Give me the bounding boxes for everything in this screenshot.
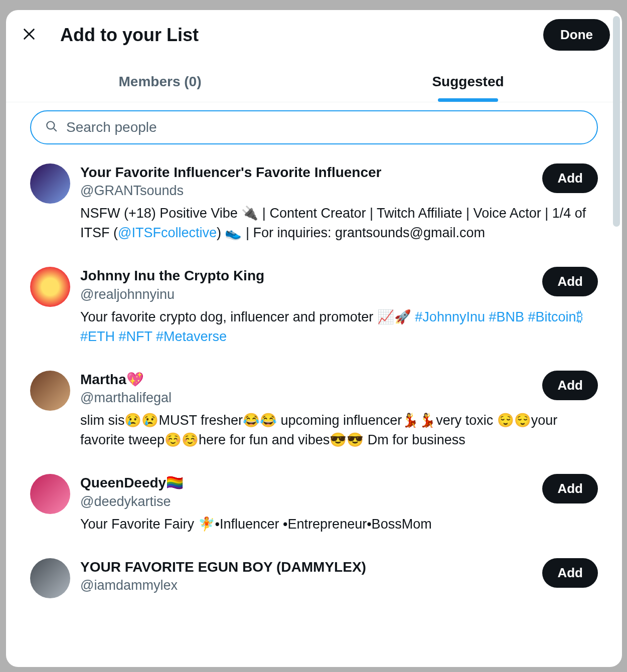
handle: @marthalifegal — [80, 389, 534, 408]
display-name: Your Favorite Influencer's Favorite Infl… — [80, 163, 534, 182]
display-name: QueenDeedy🏳️‍🌈 — [80, 474, 534, 492]
search-icon — [45, 120, 58, 135]
bio: slim sis😢😢MUST fresher😂😂 upcoming influe… — [80, 411, 598, 450]
add-button[interactable]: Add — [542, 267, 598, 296]
done-button[interactable]: Done — [543, 19, 610, 51]
add-button[interactable]: Add — [542, 371, 598, 400]
modal-header: Add to your List Done — [6, 10, 622, 60]
tabs: Members (0) Suggested — [6, 60, 622, 102]
close-icon — [22, 27, 36, 43]
display-name: YOUR FAVORITE EGUN BOY (DAMMYLEX) — [80, 558, 534, 576]
list-item[interactable]: Johnny Inu the Crypto King @realjohnnyin… — [6, 257, 622, 360]
scrollbar[interactable] — [613, 16, 620, 227]
search-wrap — [6, 102, 622, 153]
mention-link[interactable]: @ITSFcollective — [118, 225, 217, 240]
bio: Your Favorite Fairy 🧚•Influencer •Entrep… — [80, 515, 598, 534]
avatar — [30, 267, 70, 307]
modal-title: Add to your List — [60, 25, 523, 46]
search-field[interactable] — [30, 110, 598, 144]
add-button[interactable]: Add — [542, 474, 598, 503]
handle: @realjohnnyinu — [80, 285, 534, 304]
display-name: Johnny Inu the Crypto King — [80, 267, 534, 285]
add-button[interactable]: Add — [542, 163, 598, 193]
handle: @deedykartise — [80, 492, 534, 512]
suggested-list: Your Favorite Influencer's Favorite Infl… — [6, 153, 622, 667]
bio: Your favorite crypto dog, influencer and… — [80, 307, 598, 347]
list-item[interactable]: Your Favorite Influencer's Favorite Infl… — [6, 153, 622, 257]
list-item[interactable]: YOUR FAVORITE EGUN BOY (DAMMYLEX) @iamda… — [6, 548, 622, 612]
avatar — [30, 558, 70, 598]
tab-suggested[interactable]: Suggested — [314, 60, 622, 102]
add-button[interactable]: Add — [542, 558, 598, 588]
add-to-list-modal: Add to your List Done Members (0) Sugges… — [6, 10, 622, 667]
display-name: Martha💖 — [80, 371, 534, 389]
avatar — [30, 474, 70, 514]
list-item[interactable]: QueenDeedy🏳️‍🌈 @deedykartise Add Your Fa… — [6, 464, 622, 548]
tab-members[interactable]: Members (0) — [6, 60, 314, 102]
handle: @iamdammylex — [80, 576, 534, 595]
handle: @GRANTsounds — [80, 182, 534, 201]
svg-point-0 — [47, 121, 54, 129]
list-item[interactable]: Martha💖 @marthalifegal Add slim sis😢😢MUS… — [6, 361, 622, 464]
avatar — [30, 371, 70, 411]
avatar — [30, 163, 70, 204]
bio: NSFW (+18) Positive Vibe 🔌 | Content Cre… — [80, 204, 598, 243]
search-input[interactable] — [66, 119, 583, 135]
close-button[interactable] — [18, 24, 40, 46]
